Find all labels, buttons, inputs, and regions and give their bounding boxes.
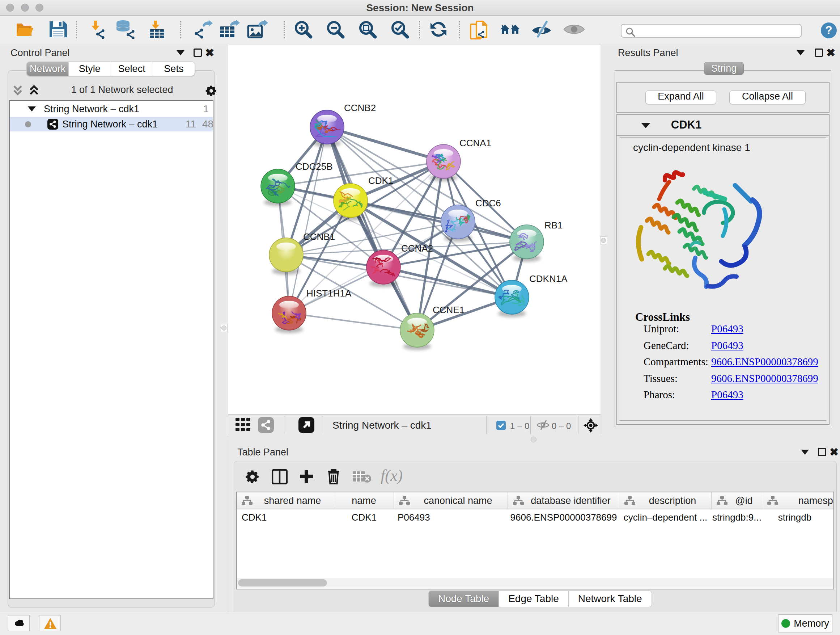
svg-text:RB1: RB1 [545,220,563,231]
svg-text:CDKN1A: CDKN1A [529,273,568,284]
svg-text:CCNB2: CCNB2 [344,103,376,113]
svg-text:?: ? [825,24,832,36]
svg-text:CCNE1: CCNE1 [433,304,464,315]
svg-text:HIST1H1A: HIST1H1A [306,288,352,299]
svg-text:CCNA2: CCNA2 [401,243,433,254]
svg-text:CDC6: CDC6 [475,198,501,209]
svg-text:CCNA1: CCNA1 [459,138,491,149]
svg-text:CDK1: CDK1 [368,175,393,186]
svg-text:CDC25B: CDC25B [295,161,333,172]
svg-text:CCNB1: CCNB1 [303,231,335,242]
